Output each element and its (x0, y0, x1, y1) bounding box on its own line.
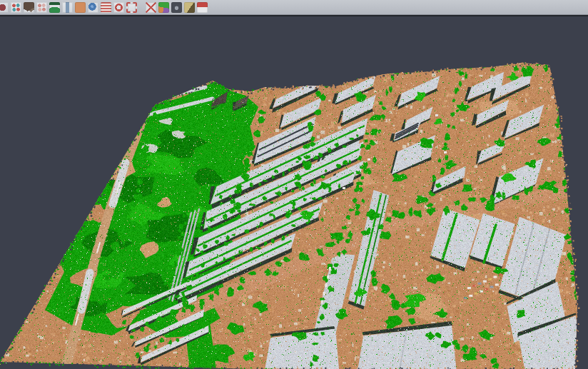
toolbar-profile-view-icon[interactable] (62, 2, 73, 13)
toolbar-flag-marker-icon[interactable] (197, 2, 208, 13)
toolbar (0, 0, 588, 15)
toolbar-fence-selection-icon[interactable] (126, 2, 137, 13)
toolbar-orthoimage-icon[interactable] (75, 2, 86, 13)
toolbar-open-data-icon[interactable] (0, 2, 9, 13)
toolbar-circle-selection-icon[interactable] (113, 2, 124, 13)
app-window: { "toolbar": { "background": "#b9bdc4", … (0, 0, 588, 369)
toolbar-measure-tool-icon[interactable] (184, 2, 195, 13)
toolbar-classification-view-icon[interactable] (158, 2, 169, 13)
viewport-3d-pointcloud[interactable] (0, 15, 588, 369)
toolbar-elevation-hill-icon[interactable] (49, 2, 60, 13)
toolbar-classify-points-icon[interactable] (11, 2, 21, 13)
toolbar-globe-3d-icon[interactable] (88, 2, 98, 13)
toolbar-snapshot-camera-icon[interactable] (171, 2, 182, 13)
toolbar-layer-stack-icon[interactable] (101, 2, 111, 13)
toolbar-clip-region-icon[interactable] (146, 2, 156, 13)
toolbar-point-density-icon[interactable] (36, 2, 47, 13)
toolbar-terrain-model-icon[interactable] (24, 2, 34, 13)
